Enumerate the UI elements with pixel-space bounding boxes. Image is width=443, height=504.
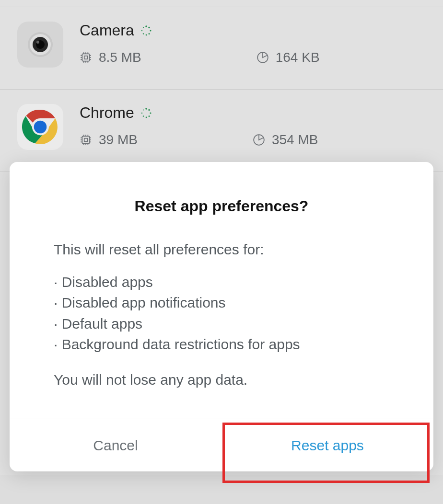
svg-point-34 [148, 115, 150, 117]
chrome-app-icon [17, 104, 63, 150]
bullet-item: Disabled apps [54, 272, 389, 293]
bullet-item: Default apps [54, 313, 389, 334]
list-item[interactable]: Chrome [0, 90, 443, 172]
svg-point-30 [34, 121, 47, 134]
storage-value: 39 MB [99, 132, 138, 148]
app-name: Chrome [80, 104, 134, 122]
app-info: Camera [80, 19, 426, 65]
svg-point-33 [150, 112, 151, 114]
list-item-partial-top[interactable] [0, 0, 443, 7]
storage-size: 39 MB [80, 132, 138, 148]
dialog-title: Reset app preferences? [10, 162, 433, 239]
loading-icon [141, 108, 152, 118]
dialog-actions: Cancel Reset apps [10, 419, 433, 471]
data-size: 164 KB [256, 50, 320, 65]
dialog-body: This will reset all preferences for: Dis… [10, 239, 433, 419]
svg-point-4 [36, 41, 39, 44]
reset-apps-button[interactable]: Reset apps [222, 419, 433, 471]
svg-point-12 [143, 27, 144, 28]
svg-rect-39 [82, 136, 89, 143]
cancel-button[interactable]: Cancel [10, 419, 222, 471]
svg-rect-13 [82, 54, 89, 61]
data-value: 354 MB [272, 132, 318, 148]
svg-point-6 [148, 26, 150, 28]
svg-point-31 [145, 108, 147, 110]
reset-preferences-dialog: Reset app preferences? This will reset a… [10, 162, 433, 471]
svg-point-35 [145, 116, 147, 118]
bullet-item: Background data restrictions for apps [54, 334, 389, 355]
svg-point-5 [145, 25, 147, 27]
svg-point-9 [145, 34, 147, 35]
loading-icon [141, 25, 152, 36]
storage-size: 8.5 MB [80, 50, 141, 65]
svg-point-7 [150, 30, 151, 31]
svg-point-10 [143, 33, 144, 34]
app-info: Chrome [80, 101, 426, 148]
data-value: 164 KB [276, 50, 320, 65]
dialog-lead: This will reset all preferences for: [54, 239, 389, 260]
dialog-note: You will not lose any app data. [54, 369, 389, 390]
svg-point-38 [143, 109, 144, 110]
svg-point-8 [148, 33, 150, 34]
svg-point-37 [141, 112, 142, 113]
svg-rect-14 [84, 56, 88, 59]
data-size: 354 MB [253, 132, 318, 148]
bullet-item: Disabled app notifications [54, 292, 389, 313]
camera-app-icon [17, 22, 63, 68]
storage-value: 8.5 MB [99, 50, 141, 65]
svg-point-32 [148, 109, 150, 110]
svg-point-36 [143, 115, 144, 117]
svg-point-11 [141, 30, 142, 31]
dialog-bullets: Disabled apps Disabled app notifications… [54, 272, 389, 355]
svg-rect-40 [84, 138, 88, 142]
list-item[interactable]: Camera [0, 7, 443, 90]
app-name: Camera [80, 22, 134, 39]
